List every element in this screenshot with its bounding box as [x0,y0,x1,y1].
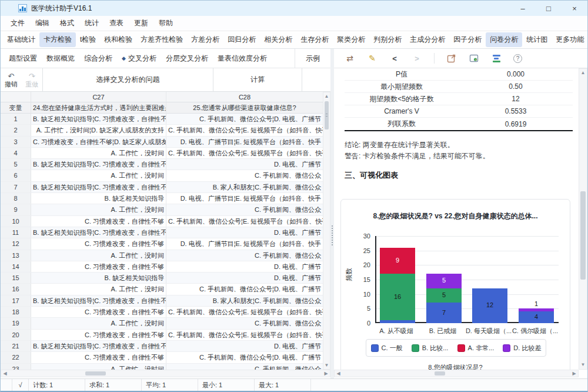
grid-row[interactable]: 9A. 工作忙，没时间C. 手机新闻、微信公众 [1,204,323,215]
grid-cell[interactable]: A. 工作忙，没时间 [31,170,166,181]
grid-row-number[interactable]: 1 [1,114,31,124]
grid-row-number[interactable]: 5 [1,159,31,170]
close-button[interactable]: × [562,1,587,16]
toolbar-tab[interactable]: ◆交叉分析 [117,51,161,66]
edit-icon[interactable]: ✎ [367,53,377,64]
grid-row[interactable]: 22C. 习惯难改变，自律性不够C. 手机新闻、微信公众号¦D. 电视、广播节 [1,352,323,363]
grid-row[interactable]: 5B. 缺乏相关知识指导¦C. 习惯难改变，自律性不够D. 电视、广播节 [1,159,323,170]
nav-tab[interactable]: 基础统计 [3,32,39,47]
grid-row[interactable]: 15B. 缺乏相关知识指导D. 电视、广播节 [1,273,323,284]
grid-cell[interactable]: A. 工作忙，没时间 [31,148,166,158]
legend-item[interactable]: C. 一般 [371,344,403,353]
grid-row-number[interactable]: 12 [1,238,31,249]
nav-tab[interactable]: 回归分析 [223,32,260,47]
grid-cell[interactable]: C. 习惯难改变，自律性不够 [31,261,166,272]
grid-cell[interactable]: A. 工作忙，没时间 [31,250,166,261]
chevron-left-icon[interactable]: ◀ [2,370,8,377]
transpose-icon[interactable]: ⇄ [345,53,355,64]
grid-cell[interactable]: C. 手机新闻、微信公众号¦D. 电视、广播节 [166,114,323,124]
grid-row-number[interactable]: 19 [1,318,31,328]
grid-cell[interactable]: C. 习惯难改变，自律性不够 [31,307,166,317]
grid-row-number[interactable]: 11 [1,227,31,238]
grid-cell[interactable]: C. 手机新闻、微信公众号¦E. 短视频平台（如抖音、快手 [166,216,323,227]
chevron-down-icon[interactable]: ▼ [579,361,587,368]
minimize-button[interactable]: – [510,1,536,16]
grid-row[interactable]: 13A. 工作忙，没时间C. 手机新闻、微信公众 [1,250,323,261]
grid-row[interactable]: 20C. 习惯难改变，自律性不够C. 手机新闻、微信公众号¦E. 短视频平台（如… [1,330,323,341]
grid-cell[interactable]: D. 电视、广播节 [166,159,323,170]
grid-row[interactable]: 2A. 工作忙，没时间¦D. 缺乏家人或朋友的支持C. 手机新闻、微信公众号¦E… [1,125,323,136]
nav-tab[interactable]: 统计图 [522,32,552,47]
grid-cell[interactable]: C. 手机新闻、微信公众号¦E. 短视频平台（如抖音、快手 [166,148,323,158]
scrollbar-thumb[interactable] [85,371,106,376]
menu-item[interactable]: 文件 [5,16,30,30]
nav-tab[interactable]: 因子分析 [449,32,486,47]
nav-tab[interactable]: 卡方检验 [39,32,76,47]
chevron-up-icon[interactable]: ▲ [579,69,587,77]
grid-row-number[interactable]: 16 [1,284,31,294]
toolbar-tab[interactable]: 数据概览 [42,51,79,66]
grid-cell[interactable]: B. 缺乏相关知识指导¦C. 习惯难改变，自律性不够 [31,159,166,170]
grid-cell[interactable]: C. 手机新闻、微信公众号¦E. 短视频平台（如抖音、快手 [166,330,323,340]
toolbar-tab[interactable]: 分层交叉分析 [161,51,213,66]
grid-cell[interactable]: C. 手机新闻、微信公众号¦E. 短视频平台（如抖音、快手 [166,125,323,135]
grid-row-number[interactable]: 18 [1,307,31,317]
grid-row[interactable]: 4A. 工作忙，没时间C. 手机新闻、微信公众号¦E. 短视频平台（如抖音、快手 [1,148,323,159]
grid-cell[interactable]: B. 缺乏相关知识指导¦C. 习惯难改变，自律性不够 [31,182,166,192]
toolbar-tab[interactable]: 题型设置 [4,51,42,66]
grid-cell[interactable]: C. 手机新闻、微信公众 [166,364,323,370]
grid-row[interactable]: 17B. 缺乏相关知识指导¦C. 习惯难改变，自律性不够B. 家人和朋友¦C. … [1,295,323,307]
grid-cell[interactable]: D. 电视、广播节 [166,261,323,272]
grid-cell[interactable]: B. 缺乏相关知识指导¦C. 习惯难改变，自律性不够 [31,114,166,124]
grid-row[interactable]: 16A. 工作忙，没时间C. 手机新闻、微信公众号¦D. 电视、广播节 [1,284,323,295]
grid-row-number[interactable]: 21 [1,341,31,351]
menu-item[interactable]: 格式 [55,16,79,30]
help-icon[interactable]: ? [513,54,522,63]
grid-cell[interactable]: D. 电视、广播节 [166,341,323,351]
grid-row[interactable]: 7B. 缺乏相关知识指导¦C. 习惯难改变，自律性不够B. 家人和朋友¦C. 手… [1,182,323,193]
grid-row[interactable]: 1B. 缺乏相关知识指导¦C. 习惯难改变，自律性不够C. 手机新闻、微信公众号… [1,114,323,125]
grid-cell[interactable]: D. 电视、广播节目¦E. 短视频平台（如抖音、快手 [166,193,323,204]
prev-button[interactable]: < [389,53,400,64]
grid-cell[interactable]: D. 电视、广播节 [166,273,323,283]
grid-cell[interactable]: B. 家人和朋友¦C. 手机新闻、微信公众 [166,182,323,192]
grid-cell[interactable]: C. 手机新闻、微信公众 [166,318,323,328]
grid-row-number[interactable]: 22 [1,352,31,363]
chevron-right-icon[interactable]: ▶ [323,370,329,377]
grid-row-number[interactable]: 9 [1,204,31,215]
grid-row[interactable]: 12C. 习惯难改变，自律性不够D. 电视、广播节目¦E. 短视频平台（如抖音、… [1,238,323,250]
grid-cell[interactable]: C. 习惯难改变，自律性不够 [31,330,166,340]
export-icon[interactable] [446,53,457,64]
select-question-button[interactable]: 选择交叉分析的问题 [43,68,213,91]
grid-row-number[interactable]: 17 [1,295,31,306]
toolbar-tab[interactable]: 综合分析 [79,51,117,66]
grid-row-number[interactable]: 13 [1,250,31,261]
chevron-right-icon[interactable]: ▶ [571,370,577,377]
grid-row[interactable]: 21B. 缺乏相关知识指导¦C. 习惯难改变，自律性不够D. 电视、广播节 [1,341,323,352]
scrollbar-thumb[interactable] [325,101,329,129]
grid-cell[interactable]: A. 工作忙，没时间¦D. 缺乏家人或朋友的支持 [31,125,166,135]
chevron-left-icon[interactable]: ◀ [335,370,342,377]
results-horizontal-scrollbar[interactable]: ◀ ▶ [334,370,579,377]
example-button[interactable]: 示例 [295,49,330,68]
grid-row-number[interactable]: 7 [1,182,31,192]
grid-cell[interactable]: D. 电视、广播节目¦E. 短视频平台（如抖音、快手 [166,137,323,147]
grid-row[interactable]: 19A. 工作忙，没时间C. 手机新闻、微信公众 [1,318,323,329]
undo-button[interactable]: ↶ 撤销 [1,68,22,91]
grid-cell[interactable]: A. 工作忙，没时间 [31,318,166,328]
nav-tab[interactable]: 生存分析 [296,32,333,47]
nav-tab[interactable]: 更多功能 [552,32,588,47]
maximize-button[interactable]: □ [536,1,562,16]
grid-horizontal-scrollbar[interactable]: ◀ ▶ [1,370,330,377]
grid-row[interactable]: 3C. 习惯难改变，自律性不够¦D. 缺乏家人或朋友的支持D. 电视、广播节目¦… [1,137,323,148]
grid-row[interactable]: 14C. 习惯难改变，自律性不够D. 电视、广播节 [1,261,323,273]
nav-tab[interactable]: t检验 [76,32,100,47]
grid-question-header[interactable]: 24.您在坚持健康生活方式时，遇到的主要困难是什么? [31,102,166,113]
grid-row[interactable]: 23A. 工作忙，没时间C. 手机新闻、微信公众 [1,364,323,370]
scrollbar-thumb[interactable] [435,371,445,376]
grid-row[interactable]: 10C. 习惯难改变，自律性不够C. 手机新闻、微信公众号¦E. 短视频平台（如… [1,216,323,227]
grid-cell[interactable]: C. 手机新闻、微信公众号¦E. 短视频平台（如抖音、快手 [166,307,323,317]
grid-row-number[interactable]: 3 [1,137,31,147]
grid-col-header[interactable]: C27 [31,92,166,102]
results-vertical-scrollbar[interactable]: ▲ ▼ [579,68,587,370]
